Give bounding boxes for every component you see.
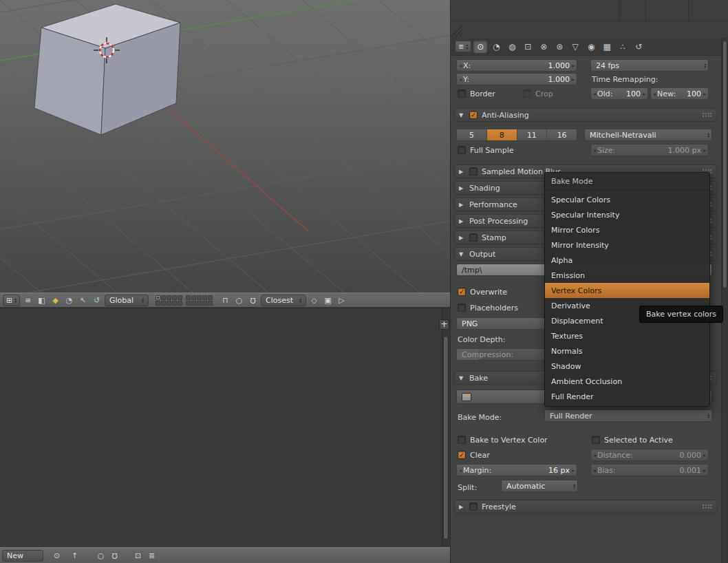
viewport-canvas[interactable]: [0, 0, 451, 293]
split-select[interactable]: Automatic ▴▾: [501, 480, 578, 492]
increment-arrow-icon[interactable]: ▸: [572, 63, 575, 69]
scrollbar-thumb[interactable]: [443, 336, 449, 540]
panel-checkbox[interactable]: [469, 502, 478, 511]
proportional-edit-icon[interactable]: ○: [95, 550, 107, 562]
panel-checkbox[interactable]: ✓: [469, 111, 478, 119]
3d-viewport[interactable]: [0, 0, 451, 293]
frame-rate-select[interactable]: 24 fps ▴▾: [590, 59, 709, 72]
modifiers-tab-icon[interactable]: ⊛: [553, 41, 566, 53]
render-opengl-icon[interactable]: ▣: [322, 295, 334, 306]
texture-tab-icon[interactable]: ▦: [600, 41, 614, 53]
decrement-arrow-icon[interactable]: ◂: [459, 63, 462, 69]
constraints-tab-icon[interactable]: ⊗: [537, 41, 550, 53]
render-opengl-anim-icon[interactable]: ▷: [336, 295, 347, 306]
checkbox-box[interactable]: ✓: [458, 288, 466, 296]
panel-header-anti-aliasing[interactable]: ▼ ✓ Anti-Aliasing: [454, 108, 717, 122]
pivot-icon[interactable]: ⊡: [132, 550, 144, 562]
aa-samples-11[interactable]: 11: [517, 129, 548, 140]
overwrite-checkbox[interactable]: ✓ Overwrite: [458, 286, 507, 297]
increment-arrow-icon[interactable]: ▸: [572, 467, 575, 474]
placeholders-checkbox[interactable]: Placeholders: [458, 302, 518, 313]
selected-to-active-checkbox[interactable]: Selected to Active: [592, 434, 673, 445]
menu-item-mirror-colors[interactable]: Mirror Colors: [545, 222, 709, 237]
decrement-arrow-icon[interactable]: ◂: [593, 452, 596, 458]
manipulator-translate-icon[interactable]: ↖: [77, 295, 89, 306]
object-tab-icon[interactable]: ⊡: [521, 41, 535, 53]
menu-item-ambient-occlusion[interactable]: Ambient Occlusion: [545, 374, 709, 389]
time-old-field[interactable]: ◂ Old: 100 ▸: [590, 87, 648, 100]
menu-item-specular-intensity[interactable]: Specular Intensity: [545, 207, 709, 222]
decrement-arrow-icon[interactable]: ◂: [459, 76, 462, 83]
render-tab-icon[interactable]: ⊙: [473, 41, 487, 53]
increment-arrow-icon[interactable]: ▸: [703, 452, 706, 458]
decrement-arrow-icon[interactable]: ◂: [653, 91, 656, 97]
properties-scrollbar[interactable]: [721, 38, 728, 563]
mode-icon[interactable]: ◧: [36, 295, 47, 306]
aspect-x-field[interactable]: ◂ X: 1.000 ▸: [456, 59, 577, 72]
proportional-edit-icon[interactable]: ○: [233, 295, 245, 306]
transform-orientation-select[interactable]: Global ▴▾: [105, 295, 149, 306]
expand-arrow-icon[interactable]: ▶: [459, 185, 465, 191]
checkbox-box[interactable]: [458, 436, 466, 444]
particles-tab-icon[interactable]: ∴: [616, 41, 630, 53]
snap-element-icon[interactable]: ◇: [308, 295, 320, 306]
decrement-arrow-icon[interactable]: ◂: [593, 91, 596, 97]
checkbox-box[interactable]: ✓: [458, 451, 466, 459]
time-new-field[interactable]: ◂ New: 100 ▸: [650, 87, 709, 100]
full-sample-checkbox[interactable]: Full Sample: [458, 145, 514, 156]
expand-arrow-icon[interactable]: ▶: [459, 504, 465, 510]
menu-item-alpha[interactable]: Alpha: [545, 253, 709, 268]
clear-checkbox[interactable]: ✓ Clear: [458, 449, 490, 460]
editor-type-button[interactable]: ≣ ▴▾: [455, 41, 471, 52]
menu-item-mirror-intensity[interactable]: Mirror Intensity: [545, 237, 709, 253]
menu-item-vertex-colors[interactable]: Vertex Colors: [545, 283, 709, 298]
increment-arrow-icon[interactable]: ▸: [643, 91, 645, 97]
panel-header-freestyle[interactable]: ▶ Freestyle: [454, 500, 717, 513]
menu-item-specular-colors[interactable]: Specular Colors: [545, 192, 709, 207]
menu-item-emission[interactable]: Emission: [545, 268, 709, 283]
increment-arrow-icon[interactable]: ▸: [572, 76, 575, 83]
decrement-arrow-icon[interactable]: ◂: [459, 467, 462, 474]
panel-grip-icon[interactable]: [702, 112, 712, 118]
menus-collapse-icon[interactable]: ≡: [22, 295, 34, 306]
expand-arrow-icon[interactable]: ▼: [459, 112, 465, 118]
snap-target-select[interactable]: Closest ▴▾: [261, 295, 306, 306]
bake-to-vertex-color-checkbox[interactable]: Bake to Vertex Color: [458, 434, 548, 445]
aspect-y-field[interactable]: ◂ Y: 1.000 ▸: [456, 73, 577, 85]
manipulator-rotate-icon[interactable]: ↺: [91, 295, 103, 306]
expand-arrow-icon[interactable]: ▶: [459, 202, 465, 208]
decrement-arrow-icon[interactable]: ◂: [593, 147, 596, 153]
bake-margin-field[interactable]: ◂ Margin: 16 px ▸: [456, 464, 577, 476]
border-checkbox[interactable]: Border: [458, 88, 495, 99]
scrollbar-thumb[interactable]: [722, 41, 727, 288]
aa-filter-select[interactable]: Mitchell-Netravali ▴▾: [584, 129, 712, 141]
object-mode-icon[interactable]: ◆: [50, 295, 61, 306]
pin-icon[interactable]: ⊙: [51, 550, 63, 562]
menu-item-normals[interactable]: Normals: [545, 343, 709, 359]
viewport-shading-icon[interactable]: ◔: [63, 295, 75, 306]
panel-grip-icon[interactable]: [702, 504, 712, 509]
bake-distance-field[interactable]: ◂ Distance: 0.000 ▸: [590, 449, 709, 461]
region-expand-button[interactable]: +: [439, 319, 449, 330]
image-editor-canvas[interactable]: [0, 308, 451, 547]
editor-type-button[interactable]: ⊞ ▴▾: [3, 295, 20, 306]
object-data-tab-icon[interactable]: ▽: [568, 41, 582, 53]
increment-arrow-icon[interactable]: ▸: [703, 467, 706, 474]
snap-magnet-icon[interactable]: Ω: [109, 550, 120, 562]
material-tab-icon[interactable]: ◉: [584, 41, 598, 53]
physics-tab-icon[interactable]: ↺: [632, 41, 645, 53]
aa-samples-8[interactable]: 8: [487, 129, 517, 140]
bake-mode-select[interactable]: Full Render ▴▾: [544, 410, 712, 422]
region-corner-grip-icon[interactable]: [451, 25, 464, 37]
layers-widget[interactable]: [156, 295, 213, 306]
menu-item-full-render[interactable]: Full Render: [545, 389, 709, 404]
panel-checkbox[interactable]: [469, 167, 478, 176]
expand-arrow-icon[interactable]: ▶: [459, 235, 465, 241]
scene-tab-icon[interactable]: ◔: [489, 41, 503, 53]
expand-arrow-icon[interactable]: ▶: [459, 218, 465, 224]
image-datablock-select[interactable]: New: [2, 550, 43, 562]
lock-icon[interactable]: ⊓: [220, 295, 231, 306]
snap-magnet-icon[interactable]: Ω: [247, 295, 259, 306]
checkbox-box[interactable]: [592, 436, 600, 444]
checkbox-box[interactable]: [458, 146, 466, 154]
